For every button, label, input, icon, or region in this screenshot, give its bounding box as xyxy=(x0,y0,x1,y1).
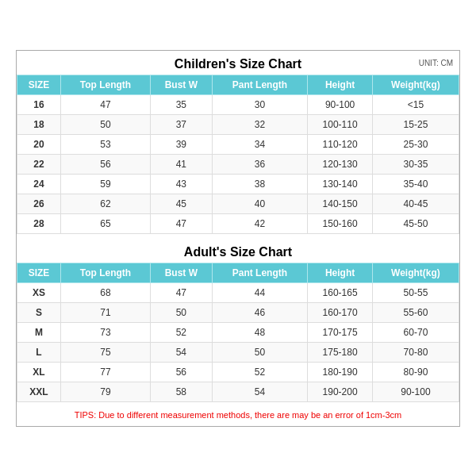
table-row: 24594338130-14035-40 xyxy=(17,174,459,194)
table-row: 22564136120-13030-35 xyxy=(17,154,459,174)
size-chart-container: Children's Size Chart UNIT: CM SIZE Top … xyxy=(16,50,460,427)
table-cell: 40 xyxy=(212,194,308,213)
table-cell: 56 xyxy=(151,362,213,382)
children-title-row: Children's Size Chart UNIT: CM xyxy=(17,51,459,75)
table-cell: 46 xyxy=(212,302,308,322)
table-cell: 37 xyxy=(151,114,213,134)
children-header-row: SIZE Top Length Bust W Pant Length Heigh… xyxy=(17,75,459,94)
table-cell: 170-175 xyxy=(308,322,373,342)
table-cell: <15 xyxy=(372,94,459,114)
table-cell: 15-25 xyxy=(372,114,459,134)
adult-col-top-length: Top Length xyxy=(60,263,150,282)
table-cell: 75 xyxy=(60,342,150,362)
table-cell: 50 xyxy=(151,302,213,322)
table-cell: 58 xyxy=(151,382,213,401)
table-cell: 110-120 xyxy=(308,134,373,154)
table-cell: 36 xyxy=(212,154,308,174)
table-cell: 62 xyxy=(60,194,150,213)
table-row: S715046160-17055-60 xyxy=(17,302,459,322)
adult-col-weight: Weight(kg) xyxy=(372,263,459,282)
tips-row: TIPS: Due to different measurement metho… xyxy=(17,402,459,426)
table-cell: 39 xyxy=(151,134,213,154)
children-section-title: Children's Size Chart xyxy=(175,57,301,71)
table-row: 20533934110-12025-30 xyxy=(17,134,459,154)
table-cell: 175-180 xyxy=(308,342,373,362)
children-col-pant: Pant Length xyxy=(212,75,308,94)
table-cell: 79 xyxy=(60,382,150,401)
table-cell: 42 xyxy=(212,213,308,233)
table-cell: 120-130 xyxy=(308,154,373,174)
table-cell: 34 xyxy=(212,134,308,154)
table-cell: 53 xyxy=(60,134,150,154)
table-cell: 44 xyxy=(212,282,308,302)
table-cell: 100-110 xyxy=(308,114,373,134)
table-row: XS684744160-16550-55 xyxy=(17,282,459,302)
table-cell: 180-190 xyxy=(308,362,373,382)
table-cell: 30 xyxy=(212,94,308,114)
table-cell: 52 xyxy=(212,362,308,382)
table-cell: 32 xyxy=(212,114,308,134)
table-cell: 80-90 xyxy=(372,362,459,382)
table-cell: 160-165 xyxy=(308,282,373,302)
table-cell: 47 xyxy=(151,282,213,302)
table-cell: S xyxy=(17,302,61,322)
children-col-size: SIZE xyxy=(17,75,61,94)
table-cell: 18 xyxy=(17,114,61,134)
table-cell: 54 xyxy=(151,342,213,362)
table-cell: 22 xyxy=(17,154,61,174)
adult-title-row: Adult's Size Chart xyxy=(17,239,459,263)
table-cell: 73 xyxy=(60,322,150,342)
unit-label: UNIT: CM xyxy=(419,58,453,67)
table-cell: 68 xyxy=(60,282,150,302)
table-cell: 50-55 xyxy=(372,282,459,302)
children-col-weight: Weight(kg) xyxy=(372,75,459,94)
table-cell: 35-40 xyxy=(372,174,459,194)
table-row: XXL795854190-20090-100 xyxy=(17,382,459,401)
tips-text: TIPS: Due to different measurement metho… xyxy=(75,410,401,420)
table-cell: 26 xyxy=(17,194,61,213)
table-cell: XL xyxy=(17,362,61,382)
table-cell: 90-100 xyxy=(372,382,459,401)
table-cell: 50 xyxy=(212,342,308,362)
table-row: L755450175-18070-80 xyxy=(17,342,459,362)
table-cell: 52 xyxy=(151,322,213,342)
table-cell: 28 xyxy=(17,213,61,233)
table-cell: 130-140 xyxy=(308,174,373,194)
adult-col-pant: Pant Length xyxy=(212,263,308,282)
table-cell: 60-70 xyxy=(372,322,459,342)
table-cell: 150-160 xyxy=(308,213,373,233)
table-row: 18503732100-11015-25 xyxy=(17,114,459,134)
table-cell: 38 xyxy=(212,174,308,194)
table-row: XL775652180-19080-90 xyxy=(17,362,459,382)
table-cell: XS xyxy=(17,282,61,302)
table-cell: 47 xyxy=(60,94,150,114)
table-cell: L xyxy=(17,342,61,362)
table-cell: 16 xyxy=(17,94,61,114)
adult-header-row: SIZE Top Length Bust W Pant Length Heigh… xyxy=(17,263,459,282)
table-cell: 43 xyxy=(151,174,213,194)
children-size-table: SIZE Top Length Bust W Pant Length Heigh… xyxy=(17,75,459,234)
table-cell: 65 xyxy=(60,213,150,233)
children-col-bust: Bust W xyxy=(151,75,213,94)
table-cell: 35 xyxy=(151,94,213,114)
table-cell: 50 xyxy=(60,114,150,134)
table-cell: 71 xyxy=(60,302,150,322)
table-cell: 56 xyxy=(60,154,150,174)
adult-col-height: Height xyxy=(308,263,373,282)
table-cell: 90-100 xyxy=(308,94,373,114)
table-cell: 45 xyxy=(151,194,213,213)
table-cell: 54 xyxy=(212,382,308,401)
table-cell: 45-50 xyxy=(372,213,459,233)
adult-section-title: Adult's Size Chart xyxy=(184,245,292,259)
table-cell: 160-170 xyxy=(308,302,373,322)
table-cell: 59 xyxy=(60,174,150,194)
adult-size-table: SIZE Top Length Bust W Pant Length Heigh… xyxy=(17,263,459,402)
table-row: 1647353090-100<15 xyxy=(17,94,459,114)
children-col-top-length: Top Length xyxy=(60,75,150,94)
table-row: 28654742150-16045-50 xyxy=(17,213,459,233)
table-cell: 190-200 xyxy=(308,382,373,401)
table-row: 26624540140-15040-45 xyxy=(17,194,459,213)
table-cell: 30-35 xyxy=(372,154,459,174)
table-cell: 47 xyxy=(151,213,213,233)
table-cell: 20 xyxy=(17,134,61,154)
